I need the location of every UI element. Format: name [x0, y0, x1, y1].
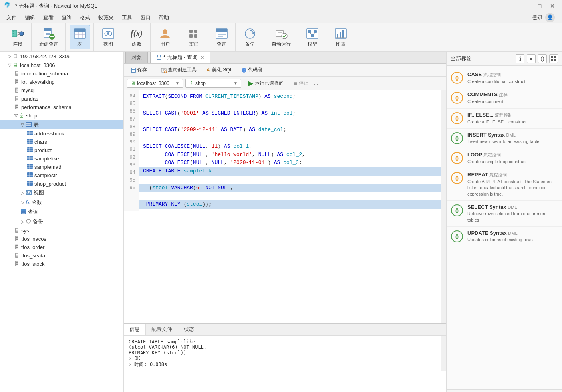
sidebar-db-pandas[interactable]: 🗄 pandas	[0, 95, 123, 103]
beautify-button[interactable]: 美化 SQL	[202, 65, 236, 75]
code-content[interactable]: EXTRACT(SECOND FROM CURRENT_TIMESTAMP) A…	[139, 90, 441, 211]
toolbar-model[interactable]: 模型	[302, 25, 323, 49]
menu-view[interactable]: 查看	[39, 13, 58, 22]
sidebar-table-samplelike[interactable]: samplelike	[0, 154, 123, 163]
close-button[interactable]: ✕	[547, 2, 558, 10]
menu-query[interactable]: 查询	[58, 13, 76, 22]
sidebar-db-performance_schema[interactable]: 🗄 performance_schema	[0, 103, 123, 111]
more-options-button[interactable]: ⋮	[314, 81, 321, 86]
snippet-info-loop: LOOP 流程控制 Create a simple loop construct	[467, 152, 558, 165]
result-time: > 时间: 0.038s	[129, 361, 436, 368]
sidebar-table-shop_product[interactable]: shop_product	[0, 180, 123, 188]
toolbar-function[interactable]: f(x) 函数	[126, 25, 147, 49]
function-toolbar-icon: f(x)	[130, 27, 143, 40]
sidebar-db-tfos_seata[interactable]: 🗄 tfos_seata	[0, 251, 123, 260]
code-editor[interactable]: 84858687888990919293949596 EXTRACT(SECON…	[124, 90, 441, 211]
menu-tools[interactable]: 工具	[118, 13, 136, 22]
editor-scroll[interactable]: 84858687888990919293949596 EXTRACT(SECON…	[124, 90, 441, 323]
minimize-button[interactable]: －	[521, 2, 532, 10]
sidebar-db-mysql[interactable]: 🗄 mysql	[0, 86, 123, 95]
toolbar-divider-1	[154, 66, 154, 74]
snippet-repeat[interactable]: () REPEAT 流程控制 Create A REPEAT construct…	[447, 168, 562, 201]
code-snippet-button[interactable]: () 代码段	[238, 65, 266, 75]
run-selected-button[interactable]: ▶ 运行已选择的	[244, 78, 288, 89]
snippet-select[interactable]: () SELECT Syntax DML Retrieve rows selec…	[447, 201, 562, 227]
snippet-case[interactable]: () CASE 流程控制 Create a conditional constr…	[447, 68, 562, 88]
tab-object[interactable]: 对象	[125, 52, 148, 63]
stop-button[interactable]: ■ 停止	[291, 78, 312, 88]
menu-favorites[interactable]: 收藏夹	[94, 13, 118, 22]
sidebar-db-iot_skywalking[interactable]: 🗄 iot_skywalking	[0, 78, 123, 86]
sidebar-db-information_schema[interactable]: 🗄 information_schema	[0, 69, 123, 78]
sidebar-db-tfos_stock[interactable]: 🗄 tfos_stock	[0, 260, 123, 268]
sidebar-folder-function[interactable]: ▷ fx 函数	[0, 198, 123, 207]
grid-icon-btn[interactable]	[549, 54, 558, 63]
snippet-update[interactable]: () UPDATE Syntax DML Updates columns of …	[447, 227, 562, 246]
sidebar-connection-1[interactable]: ▷ 🖥 192.168.42.128_3306	[0, 52, 123, 61]
sidebar-folder-backup[interactable]: ▷ 备份	[0, 217, 123, 226]
results-scrollbar[interactable]	[441, 336, 446, 371]
sidebar-table-chars[interactable]: chars	[0, 138, 123, 146]
sidebar-table-samplemath[interactable]: samplemath	[0, 163, 123, 171]
sidebar-folder-view[interactable]: ▷ 视图	[0, 188, 123, 198]
snippet-icon-select: ()	[451, 204, 463, 217]
svg-point-21	[107, 32, 109, 35]
sidebar-folder-table[interactable]: ▽ 表	[0, 120, 123, 129]
snippet-desc-update: Updates columns of existing rows	[467, 237, 558, 243]
menu-window[interactable]: 窗口	[136, 13, 155, 22]
toolbar-query[interactable]: 查询	[211, 25, 232, 49]
sidebar-table-product[interactable]: product	[0, 146, 123, 154]
connection-selector[interactable]: 🖥 localhost_3306 ▼	[127, 79, 183, 88]
toolbar-autorun[interactable]: 自动运行	[268, 25, 294, 49]
sidebar-table-samplestr[interactable]: samplestr	[0, 171, 123, 180]
function-folder-icon: fx	[26, 199, 30, 206]
toolbar-chart[interactable]: 图表	[330, 25, 351, 49]
snippet-comments[interactable]: () COMMENTS 注释 Create a comment	[447, 88, 562, 108]
sidebar-table-addressbook[interactable]: addressbook	[0, 129, 123, 138]
menu-file[interactable]: 文件	[2, 13, 21, 22]
braces-icon-btn[interactable]: ()	[538, 54, 547, 63]
snippet-loop[interactable]: () LOOP 流程控制 Create a simple loop constr…	[447, 148, 562, 168]
svg-point-5	[13, 33, 14, 34]
sidebar-db-tfos_nacos[interactable]: 🗄 tfos_nacos	[0, 235, 123, 243]
snippet-ifelse[interactable]: () IF...ELSE... 流程控制 Create a IF...ELSE.…	[447, 109, 562, 129]
results-tab-info[interactable]: 信息	[124, 324, 146, 335]
maximize-button[interactable]: □	[534, 2, 545, 10]
toolbar-backup[interactable]: 备份	[240, 25, 260, 49]
menu-help[interactable]: 帮助	[155, 13, 173, 22]
svg-rect-83	[21, 209, 26, 211]
tab-query[interactable]: * 无标题 - 查询 ✕	[150, 52, 210, 63]
tab-close-query[interactable]: ✕	[201, 55, 204, 60]
svg-point-22	[163, 29, 167, 34]
toolbar-connect[interactable]: 连接	[7, 25, 28, 49]
snippet-insert[interactable]: () INSERT Syntax DML Insert new rows int…	[447, 129, 562, 148]
sidebar-query-item[interactable]: 查询	[0, 207, 123, 217]
toolbar-other[interactable]: 其它	[183, 25, 204, 49]
table-label-samplelike: samplelike	[34, 156, 59, 162]
snippet-desc-ifelse: Create a IF...ELSE... construct	[467, 119, 558, 125]
create-tool-icon	[161, 67, 167, 73]
login-button[interactable]: 登录 👤	[528, 12, 560, 24]
sidebar-connection-2[interactable]: ▽ 🖥 localhost_3306	[0, 61, 123, 69]
menu-format[interactable]: 格式	[76, 13, 94, 22]
sidebar-db-sys[interactable]: 🗄 sys	[0, 226, 123, 235]
toolbar-user[interactable]: 用户	[155, 25, 175, 49]
svg-rect-67	[27, 164, 33, 169]
info-icon-btn[interactable]: ℹ	[516, 54, 524, 63]
create-tool-button[interactable]: 查询创建工具	[157, 65, 200, 75]
menu-edit[interactable]: 编辑	[21, 13, 39, 22]
save-button[interactable]: 保存	[127, 65, 151, 75]
conn2-icon: 🖥	[13, 62, 18, 68]
results-tab-profile[interactable]: 配置文件	[146, 324, 178, 335]
eye-icon-btn[interactable]: ●	[527, 54, 536, 63]
results-tab-status[interactable]: 状态	[178, 324, 200, 335]
database-selector[interactable]: 🗄 shop ▼	[185, 79, 241, 88]
sidebar-db-shop[interactable]: ▽ 🗄 shop	[0, 111, 123, 120]
toolbar-view[interactable]: 视图	[98, 25, 119, 49]
svg-rect-88	[157, 57, 161, 59]
toolbar-table[interactable]: 表	[70, 25, 90, 49]
table-icon-addressbook	[27, 131, 33, 137]
toolbar-new-query[interactable]: 新建查询	[36, 25, 62, 49]
sidebar-db-tfos_order[interactable]: 🗄 tfos_order	[0, 243, 123, 251]
editor-vscroll[interactable]	[441, 90, 446, 323]
